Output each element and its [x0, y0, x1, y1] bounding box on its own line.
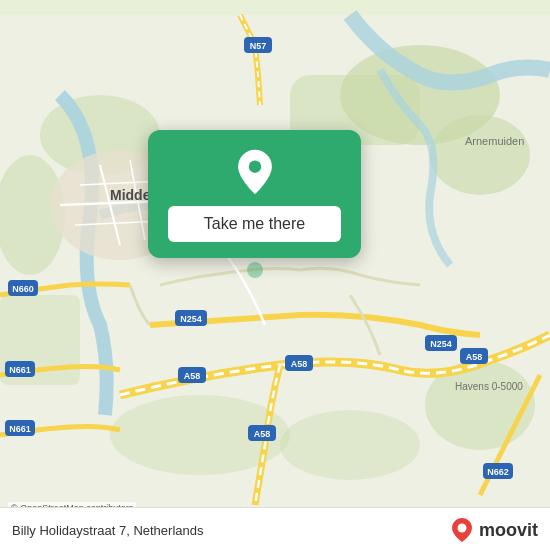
take-me-there-button[interactable]: Take me there — [168, 206, 341, 242]
svg-text:A58: A58 — [466, 352, 483, 362]
moovit-logo-text: moovit — [479, 520, 538, 541]
svg-point-41 — [247, 262, 263, 278]
svg-text:N57: N57 — [250, 41, 267, 51]
svg-point-42 — [248, 160, 260, 172]
svg-text:N254: N254 — [430, 339, 452, 349]
moovit-logo: moovit — [448, 516, 538, 544]
svg-text:Havens 0-5000: Havens 0-5000 — [455, 381, 523, 392]
svg-point-8 — [280, 410, 420, 480]
svg-text:N662: N662 — [487, 467, 509, 477]
svg-point-2 — [430, 115, 530, 195]
address-text: Billy Holidaystraat 7, Netherlands — [12, 523, 203, 538]
svg-point-43 — [457, 524, 466, 533]
svg-text:A58: A58 — [184, 371, 201, 381]
svg-text:N254: N254 — [180, 314, 202, 324]
svg-text:A58: A58 — [254, 429, 271, 439]
svg-text:Arnemuiden: Arnemuiden — [465, 135, 524, 147]
popup-card: Take me there — [148, 130, 361, 258]
moovit-logo-icon — [448, 516, 476, 544]
bottom-bar: Billy Holidaystraat 7, Netherlands moovi… — [0, 507, 550, 550]
location-pin-icon — [231, 148, 279, 196]
svg-text:N660: N660 — [12, 284, 34, 294]
map-container: N57 N254 N254 A58 A58 A58 A58 N660 N661 — [0, 0, 550, 550]
svg-text:N661: N661 — [9, 365, 31, 375]
svg-text:A58: A58 — [291, 359, 308, 369]
svg-text:N661: N661 — [9, 424, 31, 434]
map-background: N57 N254 N254 A58 A58 A58 A58 N660 N661 — [0, 0, 550, 550]
